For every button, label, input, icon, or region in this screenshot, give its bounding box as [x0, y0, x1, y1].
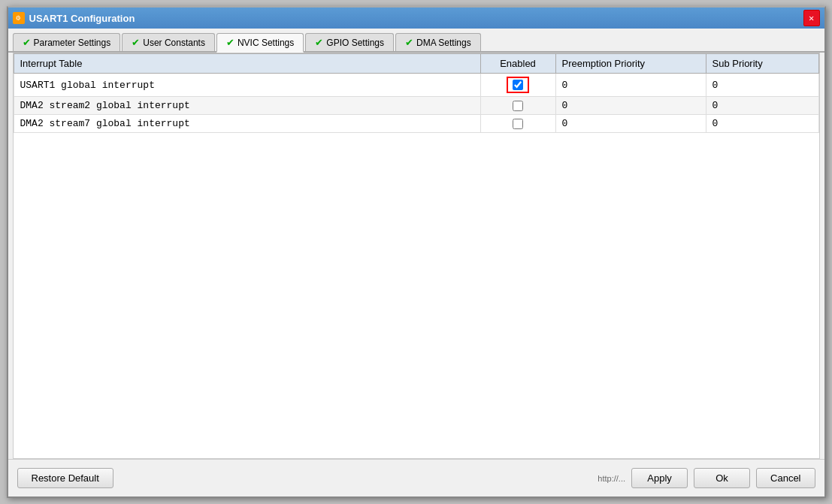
- interrupt-name: DMA2 stream2 global interrupt: [14, 97, 480, 115]
- close-button[interactable]: ✕: [803, 10, 820, 26]
- table-row: USART1 global interrupt 0 0: [14, 74, 818, 97]
- tab-label-user-constants: User Constants: [143, 38, 205, 48]
- enabled-checkbox-2[interactable]: [513, 119, 523, 129]
- enabled-cell-2: [480, 115, 555, 133]
- checkbox-wrapper-2: [487, 119, 549, 129]
- tab-gpio-settings[interactable]: ✔ GPIO Settings: [305, 33, 394, 51]
- enabled-checkbox-1[interactable]: [513, 101, 523, 111]
- enabled-checkbox-highlight: [507, 77, 529, 93]
- tab-label-gpio-settings: GPIO Settings: [326, 38, 384, 48]
- col-header-sub-priority: Sub Priority: [706, 54, 818, 74]
- table-row: DMA2 stream2 global interrupt 0 0: [14, 97, 818, 115]
- ok-button[interactable]: Ok: [694, 468, 750, 488]
- main-window: ⚙ USART1 Configuration ✕ ✔ Parameter Set…: [7, 6, 826, 498]
- apply-button[interactable]: Apply: [631, 468, 688, 488]
- sub-priority-2: 0: [706, 115, 818, 133]
- enabled-cell-0: [480, 74, 555, 97]
- preemption-priority-0: 0: [555, 74, 706, 97]
- preemption-priority-2: 0: [555, 115, 706, 133]
- footer-left: Restore Default: [17, 468, 113, 488]
- tab-label-nvic-settings: NVIC Settings: [237, 38, 294, 48]
- tab-label-dma-settings: DMA Settings: [416, 38, 471, 48]
- interrupt-table: Interrupt Table Enabled Preemption Prior…: [14, 53, 819, 133]
- col-header-preemption-priority: Preemption Priority: [555, 54, 706, 74]
- footer: Restore Default http://... Apply Ok Canc…: [8, 459, 824, 496]
- title-bar: ⚙ USART1 Configuration ✕: [8, 8, 824, 29]
- tab-parameter-settings[interactable]: ✔ Parameter Settings: [13, 33, 121, 51]
- tab-label-parameter-settings: Parameter Settings: [34, 38, 111, 48]
- footer-url: http://...: [598, 474, 625, 483]
- footer-right: http://... Apply Ok Cancel: [598, 468, 815, 488]
- tab-check-icon: ✔: [132, 37, 140, 48]
- tab-user-constants[interactable]: ✔ User Constants: [122, 33, 215, 51]
- tab-bar: ✔ Parameter Settings ✔ User Constants ✔ …: [8, 29, 824, 53]
- interrupt-name: USART1 global interrupt: [14, 74, 480, 97]
- content-area: Interrupt Table Enabled Preemption Prior…: [13, 53, 820, 459]
- col-header-interrupt-table: Interrupt Table: [14, 54, 480, 74]
- preemption-priority-1: 0: [555, 97, 706, 115]
- interrupt-name: DMA2 stream7 global interrupt: [14, 115, 480, 133]
- tab-check-icon: ✔: [315, 37, 323, 48]
- tab-dma-settings[interactable]: ✔ DMA Settings: [395, 33, 481, 51]
- enabled-cell-1: [480, 97, 555, 115]
- enabled-checkbox-0[interactable]: [513, 80, 523, 90]
- title-bar-left: ⚙ USART1 Configuration: [13, 12, 135, 24]
- table-container: Interrupt Table Enabled Preemption Prior…: [14, 53, 819, 458]
- restore-default-button[interactable]: Restore Default: [17, 468, 113, 488]
- window-icon: ⚙: [13, 12, 25, 24]
- tab-nvic-settings[interactable]: ✔ NVIC Settings: [216, 33, 304, 53]
- window-title: USART1 Configuration: [29, 13, 135, 24]
- tab-check-icon: ✔: [405, 37, 413, 48]
- sub-priority-1: 0: [706, 97, 818, 115]
- col-header-enabled: Enabled: [480, 54, 555, 74]
- tab-check-icon: ✔: [226, 37, 234, 48]
- tab-check-icon: ✔: [23, 37, 31, 48]
- cancel-button[interactable]: Cancel: [756, 468, 815, 488]
- table-row: DMA2 stream7 global interrupt 0 0: [14, 115, 818, 133]
- sub-priority-0: 0: [706, 74, 818, 97]
- checkbox-wrapper-1: [487, 101, 549, 111]
